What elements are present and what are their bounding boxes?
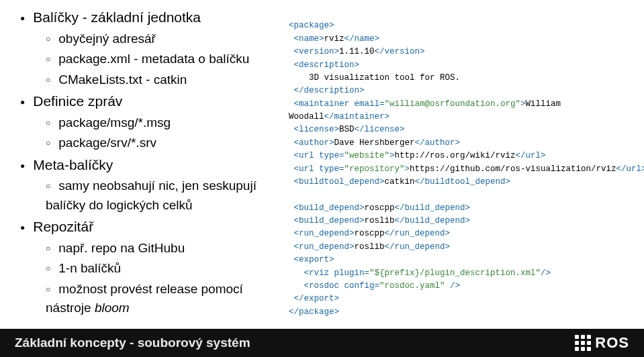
subbullet: 1-n balíčků — [46, 259, 282, 278]
subbullet: samy neobsahují nic, jen seskupují balíč… — [46, 176, 282, 215]
ros-logo-text: ROS — [595, 334, 629, 352]
bullet-msgdef: Definice zpráv — [20, 91, 282, 112]
subbullet: obyčejný adresář — [46, 30, 282, 49]
subbullet: např. repo na GitHubu — [46, 239, 282, 258]
subbullet: možnost provést release pomocí nástroje … — [46, 280, 282, 318]
ros-logo-icon — [575, 335, 591, 351]
slide-body: Balíčky - základní jednotka obyčejný adr… — [0, 0, 644, 329]
subbullet: package/msg/*.msg — [46, 113, 282, 133]
code-block: <package> <name>rviz</name> <version>1.1… — [289, 7, 631, 329]
subbullet: CMakeLists.txt - catkin — [46, 70, 282, 90]
bullet-metapkg: Meta-balíčky — [20, 154, 282, 176]
bullet-packages: Balíčky - základní jednotka — [20, 7, 282, 28]
left-column: Balíčky - základní jednotka obyčejný adr… — [20, 7, 289, 329]
subbullet: package.xml - metadata o balíčku — [46, 50, 282, 69]
footer: Základní koncepty - souborový systém ROS — [0, 329, 644, 357]
subbullet: package/srv/*.srv — [46, 134, 282, 153]
footer-title: Základní koncepty - souborový systém — [15, 336, 250, 350]
bullet-repo: Repozitář — [20, 216, 282, 238]
ros-logo: ROS — [575, 334, 629, 352]
